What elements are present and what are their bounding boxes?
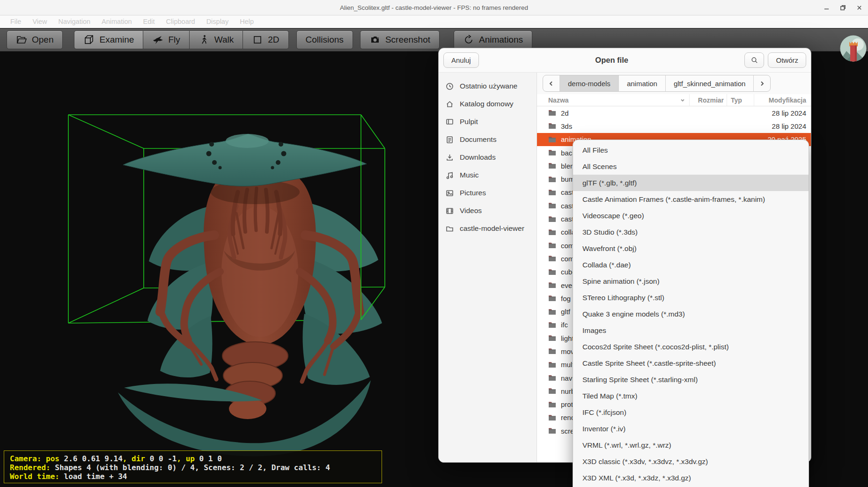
chevron-left-icon xyxy=(548,81,554,87)
folder-icon xyxy=(548,414,556,421)
breadcrumb-forward-button[interactable] xyxy=(753,75,770,91)
collisions-button[interactable]: Collisions xyxy=(296,30,353,49)
sidebar-item-ostatnio-używane[interactable]: Ostatnio używane xyxy=(439,77,537,95)
folder-icon xyxy=(548,162,556,169)
breadcrumb-segment-animation[interactable]: animation xyxy=(618,75,665,91)
filetype-option[interactable]: X3D classic (*.x3dv, *.x3dvz, *.x3dv.gz) xyxy=(573,453,809,470)
filetype-option[interactable]: Cocos2d Sprite Sheet (*.cocos2d-plist, *… xyxy=(573,339,809,355)
open-button[interactable]: Otwórz xyxy=(768,52,806,68)
fly-button[interactable]: Fly xyxy=(143,30,189,49)
filetype-option[interactable]: X3D XML (*.x3d, *.x3dz, *.x3d.gz) xyxy=(573,470,809,486)
menu-item-navigation[interactable]: Navigation xyxy=(53,18,96,25)
file-row-3ds[interactable]: 3ds28 lip 2024 xyxy=(537,119,811,133)
menu-item-view[interactable]: View xyxy=(27,18,52,25)
sidebar-item-pulpit[interactable]: Pulpit xyxy=(439,113,537,131)
sidebar-item-castle-model-viewer[interactable]: castle-model-viewer xyxy=(439,220,537,237)
sidebar-item-label: Pictures xyxy=(460,189,486,197)
minimize-icon[interactable] xyxy=(824,5,830,11)
file-type-menu: All FilesAll ScenesglTF (*.glb, *.gltf)C… xyxy=(573,140,809,487)
button-label: Open xyxy=(32,35,53,45)
filetype-option[interactable]: Wavefront (*.obj) xyxy=(573,240,809,257)
column-name[interactable]: Nazwa xyxy=(537,94,689,106)
filetype-option[interactable]: IFC (*.ifcjson) xyxy=(573,404,809,421)
home-icon xyxy=(446,100,454,108)
cancel-button[interactable]: Anuluj xyxy=(443,52,479,68)
2d-button[interactable]: 2D xyxy=(243,30,288,49)
status-line: Camera: pos 2.6 0.61 9.14, dir 0 0 -1, u… xyxy=(10,454,376,463)
close-icon[interactable] xyxy=(856,5,862,11)
sidebar-item-music[interactable]: Music xyxy=(439,166,537,184)
folder-icon xyxy=(548,309,556,315)
places-sidebar: Ostatnio używaneKatalog domowyPulpitDocu… xyxy=(439,73,537,462)
filetype-option[interactable]: VRML (*.wrl, *.wrl.gz, *.wrz) xyxy=(573,437,809,453)
filetype-option[interactable]: Spine animation (*.json) xyxy=(573,273,809,289)
search-button[interactable] xyxy=(744,52,764,68)
animations-button[interactable]: Animations xyxy=(454,30,532,49)
sidebar-item-pictures[interactable]: Pictures xyxy=(439,184,537,202)
button-label: Collisions xyxy=(306,35,344,45)
examine-button[interactable]: Examine xyxy=(74,30,143,49)
filetype-option[interactable]: glTF (*.glb, *.gltf) xyxy=(573,175,809,191)
dialog-header: Anuluj Open file Otwórz xyxy=(439,48,811,73)
walk-button[interactable]: Walk xyxy=(190,30,243,49)
menu-bar: FileViewNavigationAnimationEditClipboard… xyxy=(0,15,868,28)
folder-icon xyxy=(548,282,556,288)
filetype-option[interactable]: Starling Sprite Sheet (*.starling-xml) xyxy=(573,371,809,388)
file-row-2d[interactable]: 2d28 lip 2024 xyxy=(537,106,811,119)
menu-item-file[interactable]: File xyxy=(5,18,27,25)
folder-icon xyxy=(548,375,556,381)
folder-icon xyxy=(548,255,556,262)
breadcrumb-segment-demo-models[interactable]: demo-models xyxy=(559,75,618,91)
breadcrumb-back-button[interactable] xyxy=(543,75,559,91)
sidebar-item-downloads[interactable]: Downloads xyxy=(439,148,537,166)
folder-icon xyxy=(548,295,556,302)
folder-icon xyxy=(548,362,556,368)
menu-item-animation[interactable]: Animation xyxy=(96,18,137,25)
film-icon xyxy=(446,207,454,215)
picture-icon xyxy=(446,189,454,197)
filetype-option[interactable]: Collada (*.dae) xyxy=(573,257,809,273)
loop-icon xyxy=(463,34,474,45)
column-type[interactable]: Typ xyxy=(727,94,754,106)
menu-item-clipboard[interactable]: Clipboard xyxy=(161,18,201,25)
column-modified[interactable]: Modyfikacja xyxy=(754,94,811,106)
filetype-option[interactable]: Tiled Map (*.tmx) xyxy=(573,388,809,404)
screenshot-button[interactable]: Screenshot xyxy=(360,30,440,49)
filetype-option[interactable]: All Files xyxy=(573,142,809,158)
button-label: Animations xyxy=(479,35,523,45)
menu-item-display[interactable]: Display xyxy=(201,18,235,25)
filetype-option[interactable]: Quake 3 engine models (*.md3) xyxy=(573,306,809,322)
filetype-option[interactable]: All Scenes xyxy=(573,158,809,175)
folder-icon xyxy=(548,388,556,394)
sort-chevron-down-icon[interactable] xyxy=(680,97,685,103)
file-name: 3ds xyxy=(561,122,746,130)
app-logo-castle-icon xyxy=(840,35,867,62)
menu-item-help[interactable]: Help xyxy=(234,18,259,25)
folder-icon xyxy=(548,322,556,328)
filetype-option[interactable]: Castle Animation Frames (*.castle-anim-f… xyxy=(573,191,809,207)
cube-icon xyxy=(83,34,95,45)
filetype-option[interactable]: STereo Lithography (*.stl) xyxy=(573,289,809,306)
open-button[interactable]: Open xyxy=(7,30,63,49)
sidebar-item-label: Documents xyxy=(460,135,496,144)
filetype-option[interactable]: Videoscape (*.geo) xyxy=(573,207,809,224)
maximize-icon[interactable] xyxy=(840,5,846,11)
window-title: Alien_Scolitex.gltf - castle-model-viewe… xyxy=(340,4,528,11)
clock-icon xyxy=(446,82,454,90)
sidebar-item-katalog-domowy[interactable]: Katalog domowy xyxy=(439,95,537,113)
sidebar-item-documents[interactable]: Documents xyxy=(439,131,537,148)
filetype-option[interactable]: Images xyxy=(573,322,809,339)
sidebar-item-label: Pulpit xyxy=(460,118,478,126)
folder-icon xyxy=(548,136,556,143)
menu-item-edit[interactable]: Edit xyxy=(138,18,161,25)
column-size[interactable]: Rozmiar xyxy=(689,94,727,106)
fly-icon xyxy=(152,34,163,45)
sidebar-item-videos[interactable]: Videos xyxy=(439,202,537,220)
filetype-option[interactable]: 3D Studio (*.3ds) xyxy=(573,224,809,240)
breadcrumb: demo-modelsanimationgltf_skinned_animati… xyxy=(537,73,811,94)
filetype-option[interactable]: Castle Sprite Sheet (*.castle-sprite-she… xyxy=(573,355,809,371)
breadcrumb-segment-gltf_skinned_animation[interactable]: gltf_skinned_animation xyxy=(665,75,753,91)
alien-model xyxy=(118,134,382,456)
filetype-option[interactable]: Inventor (*.iv) xyxy=(573,421,809,437)
folder-icon xyxy=(548,216,556,222)
